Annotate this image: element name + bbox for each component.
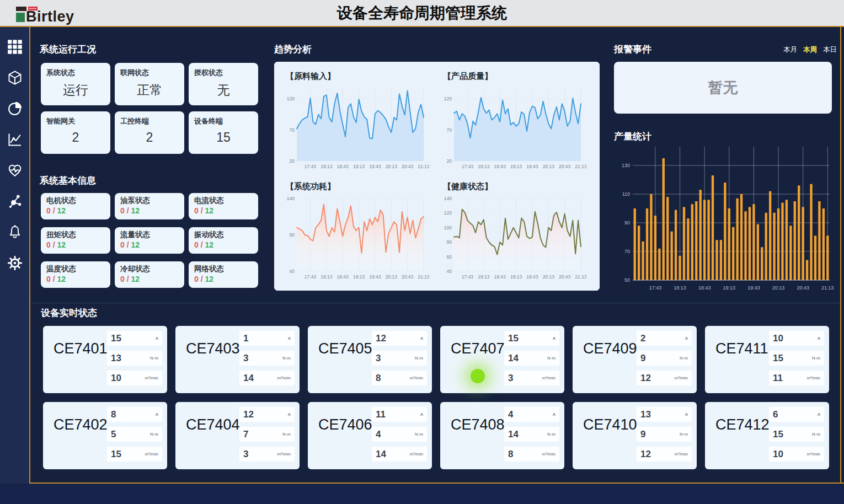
alarm-tab-1[interactable]: 本周 — [803, 45, 817, 55]
device-unit: N·m — [812, 432, 820, 437]
logo-green-mark — [16, 13, 25, 22]
alarm-empty-text: 暂无 — [708, 78, 738, 98]
device-value: 10 — [773, 449, 783, 460]
device-value: 3 — [508, 373, 513, 384]
device-card-ce7401[interactable]: CE740115A13N·m10m³/min — [43, 326, 167, 393]
device-unit: m³/min — [675, 376, 688, 380]
device-value-row: 3m³/min — [239, 447, 295, 462]
device-unit: A — [288, 336, 291, 341]
device-value: 15 — [111, 449, 121, 460]
device-card-ce7405[interactable]: CE740512A3N·m8m³/min — [308, 326, 432, 393]
device-value: 13 — [111, 353, 121, 364]
device-value: 14 — [508, 429, 519, 440]
device-card-ce7407[interactable]: CE740715A14N·m3m³/min — [440, 326, 564, 393]
device-value: 13 — [640, 409, 651, 420]
svg-text:20:43: 20:43 — [559, 274, 571, 280]
device-name: CE7412 — [715, 416, 770, 433]
section-title-trend: 趋势分析 — [274, 43, 312, 56]
device-value-row: 8m³/min — [372, 371, 427, 385]
status-card-label: 工控终端 — [120, 116, 179, 126]
health-heartbeat-icon[interactable] — [7, 163, 23, 178]
device-value-row: 12A — [372, 331, 427, 346]
info-card-count: 0 / 12 — [120, 240, 179, 249]
device-unit: A — [553, 412, 555, 417]
device-value-row: 2A — [637, 331, 692, 346]
device-unit: A — [288, 412, 291, 417]
device-value-row: 1A — [239, 331, 295, 346]
device-name: CE7401 — [54, 340, 108, 357]
line-chart-icon[interactable] — [7, 132, 23, 147]
gear-icon[interactable] — [7, 255, 23, 271]
bell-icon[interactable] — [7, 224, 23, 240]
alarm-list-panel: 暂无 — [614, 62, 832, 114]
device-status-grid: CE740115A13N·m10m³/minCE74031A3N·m14m³/m… — [43, 326, 829, 469]
device-name: CE7406 — [318, 416, 372, 433]
svg-text:20:13: 20:13 — [543, 164, 555, 169]
device-unit: m³/min — [145, 376, 158, 380]
device-unit: N·m — [547, 432, 555, 437]
device-value: 9 — [640, 429, 645, 440]
svg-text:19:43: 19:43 — [526, 274, 538, 280]
device-name: CE7402 — [54, 416, 108, 433]
section-title-system-info: 系统基本信息 — [40, 174, 96, 187]
info-card: 温度状态0 / 12 — [41, 261, 110, 288]
production-chart: 50709011013017:4318:1318:4319:1319:4320:… — [614, 143, 834, 296]
svg-text:18:13: 18:13 — [320, 164, 333, 169]
device-value: 8 — [508, 449, 513, 460]
device-card-ce7408[interactable]: CE74084A14N·m8m³/min — [440, 402, 564, 469]
info-count-total: 12 — [205, 275, 213, 283]
svg-text:20:13: 20:13 — [772, 285, 785, 291]
pie-chart-icon[interactable] — [7, 101, 23, 116]
svg-text:70: 70 — [290, 127, 295, 133]
info-card: 振动状态0 / 12 — [189, 227, 258, 254]
status-card: 智能网关2 — [41, 111, 110, 154]
info-card-label: 振动状态 — [194, 230, 253, 240]
svg-text:21:13: 21:13 — [821, 285, 834, 291]
svg-text:80: 80 — [447, 239, 452, 245]
svg-text:18:13: 18:13 — [320, 274, 333, 280]
device-card-ce7406[interactable]: CE740611A4N·m14m³/min — [308, 402, 432, 469]
device-value: 2 — [640, 333, 645, 344]
device-value-row: 10A — [769, 331, 824, 346]
network-nodes-icon[interactable] — [7, 194, 23, 209]
trend-chart-power-consumption: 【系统功耗】409014017:4318:1318:4319:1319:4320… — [281, 177, 439, 287]
device-card-ce7409[interactable]: CE74092A9N·m12m³/min — [573, 326, 697, 393]
device-unit: N·m — [547, 356, 555, 361]
cube-icon[interactable] — [7, 70, 23, 85]
info-card-label: 流量状态 — [120, 230, 179, 240]
info-card-count: 0 / 12 — [194, 240, 253, 249]
device-card-ce7403[interactable]: CE74031A3N·m14m³/min — [175, 326, 300, 393]
device-values: 2A9N·m12m³/min — [637, 331, 692, 390]
alarm-tab-2[interactable]: 本日 — [823, 45, 837, 55]
info-card: 网络状态0 / 12 — [189, 261, 258, 288]
svg-text:40: 40 — [447, 269, 452, 274]
device-unit: N·m — [415, 432, 423, 437]
info-count-current: 0 / — [194, 206, 205, 215]
device-card-ce7412[interactable]: CE74126A15N·m10m³/min — [705, 402, 829, 469]
device-card-ce7410[interactable]: CE741013A9N·m12m³/min — [573, 402, 697, 469]
device-value-row: 11m³/min — [769, 371, 824, 385]
device-card-ce7404[interactable]: CE740412A7N·m3m³/min — [175, 402, 300, 469]
device-card-ce7402[interactable]: CE74028A5N·m15m³/min — [43, 402, 167, 469]
info-count-current: 0 / — [46, 240, 57, 249]
page-title: 设备全寿命周期管理系统 — [337, 3, 507, 24]
svg-text:70: 70 — [447, 127, 452, 133]
device-value: 9 — [640, 353, 645, 364]
device-values: 12A3N·m8m³/min — [372, 331, 427, 390]
device-unit: N·m — [282, 432, 291, 437]
device-value: 15 — [773, 429, 783, 440]
device-card-ce7411[interactable]: CE741110A15N·m11m³/min — [705, 326, 829, 393]
device-value-row: 4N·m — [372, 427, 427, 442]
apps-grid-icon[interactable] — [7, 39, 23, 55]
status-card: 工控终端2 — [115, 111, 184, 154]
device-value-row: 4A — [504, 407, 559, 422]
svg-text:120: 120 — [287, 96, 295, 101]
svg-text:70: 70 — [624, 249, 630, 254]
alarm-tab-0[interactable]: 本月 — [783, 45, 797, 55]
status-card-label: 授权状态 — [194, 68, 253, 78]
device-value-row: 15m³/min — [107, 447, 162, 462]
trend-analysis-panel: 【原料输入】207012017:4318:1318:4319:1319:4320… — [274, 62, 600, 291]
system-info-cards: 电机状态0 / 12油泵状态0 / 12电流状态0 / 12扭矩状态0 / 12… — [41, 193, 258, 288]
status-card-value: 15 — [194, 130, 253, 145]
device-value-row: 11A — [372, 407, 427, 422]
